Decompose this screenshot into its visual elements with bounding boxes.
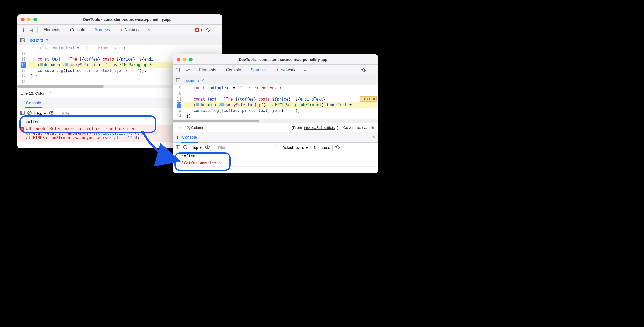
devtools-window-after: DevTools - consistent-source-map-pc.netl…	[173, 54, 378, 173]
file-tab-label: script.ts	[30, 38, 44, 42]
stack-link[interactable]: script.ts:12:4	[96, 131, 128, 136]
svg-rect-4	[20, 38, 22, 42]
filter-input[interactable]: Filter	[60, 110, 121, 117]
svg-rect-15	[176, 78, 177, 82]
console-prompt-icon[interactable]: ›	[20, 143, 24, 147]
tab-console[interactable]: Console	[66, 25, 89, 35]
titlebar[interactable]: DevTools - consistent-source-map-pc.netl…	[17, 14, 222, 25]
file-tabs: script.ts✕	[173, 75, 378, 85]
cursor-position: Line 12, Column 4	[21, 91, 52, 95]
warning-icon: ▲	[120, 28, 124, 32]
horizontal-scrollbar[interactable]	[173, 119, 378, 123]
inspect-element-icon[interactable]	[19, 26, 27, 34]
live-expression-icon[interactable]	[49, 111, 54, 115]
context-selector[interactable]: top▼	[193, 146, 202, 150]
line-num: 11	[21, 56, 26, 62]
console-prompt-icon[interactable]: ›	[176, 168, 179, 172]
code-body[interactable]: const endingText = 'It is expensive.'; c…	[184, 85, 378, 119]
minimize-window-button[interactable]	[27, 18, 31, 21]
tab-elements[interactable]: Elements	[195, 65, 220, 75]
titlebar[interactable]: DevTools - consistent-source-map-pc.netl…	[173, 54, 378, 65]
line-num: 10	[177, 91, 181, 96]
line-num: 13	[21, 68, 26, 73]
object-chip-icon	[40, 63, 43, 66]
expand-triangle-icon[interactable]: ▶	[26, 127, 28, 131]
line-num: 14	[177, 113, 181, 119]
line-gutter: 9 10 11 12 13 14	[173, 85, 184, 119]
chevron-down-icon: ▼	[43, 111, 47, 115]
error-icon: ✕	[20, 127, 24, 131]
window-title: DevTools - consistent-source-map-pc.netl…	[193, 57, 375, 62]
error-badge[interactable]: ✕1	[195, 28, 202, 32]
console-input-text: coffee	[181, 154, 195, 158]
error-message: Uncaught ReferenceError: coffee is not d…	[29, 126, 135, 131]
sidebar-toggle-icon[interactable]	[176, 145, 180, 150]
error-icon: ✕	[195, 28, 199, 32]
cursor-position: Line 12, Column 4	[176, 125, 208, 130]
maximize-window-button[interactable]	[189, 58, 193, 61]
object-chip-icon	[65, 63, 68, 66]
file-tab-script[interactable]: script.ts✕	[28, 37, 51, 44]
close-file-icon[interactable]: ✕	[46, 38, 49, 42]
console-result: 'Coffee Americano'	[181, 161, 223, 165]
drawer-tab-console[interactable]: Console	[24, 98, 44, 108]
clear-console-icon[interactable]	[183, 145, 188, 150]
filter-input[interactable]: Filter	[216, 144, 277, 151]
live-expression-icon[interactable]	[205, 145, 210, 150]
svg-line-8	[28, 112, 31, 114]
context-selector[interactable]: top▼	[37, 111, 47, 115]
drawer-menu-icon[interactable]: ⋮	[20, 101, 24, 105]
svg-line-19	[184, 146, 187, 148]
editor-statusbar: Line 12, Column 4 (From index.a8c1ec6b.j…	[173, 123, 378, 132]
coverage-toggle-icon[interactable]: ▣	[370, 125, 375, 130]
maximize-window-button[interactable]	[33, 18, 37, 21]
navigator-toggle-icon[interactable]	[19, 37, 26, 44]
from-suffix: )	[337, 125, 338, 130]
more-tabs-icon[interactable]: »	[301, 66, 309, 74]
tab-elements[interactable]: Elements	[39, 25, 65, 35]
drawer-header: ⋮ Console ✕	[173, 132, 378, 143]
console-settings-icon[interactable]	[335, 145, 340, 151]
svg-rect-16	[176, 145, 180, 149]
sidebar-toggle-icon[interactable]	[20, 111, 25, 116]
from-prefix: (From	[292, 125, 302, 130]
drawer-tab-console[interactable]: Console	[179, 132, 200, 142]
chevron-down-icon: ▼	[305, 146, 309, 150]
file-tab-script[interactable]: script.ts✕	[183, 77, 207, 84]
close-window-button[interactable]	[177, 58, 180, 61]
close-window-button[interactable]	[21, 18, 25, 21]
console-input-chevron-icon: ›	[176, 154, 179, 158]
line-num: 10	[21, 51, 26, 56]
close-drawer-icon[interactable]: ✕	[373, 135, 376, 140]
tab-sources[interactable]: Sources	[91, 25, 114, 35]
tab-console[interactable]: Console	[222, 65, 245, 75]
console-output[interactable]: ›coffee ‹·'Coffee Americano' ›	[173, 153, 378, 173]
kebab-menu-icon[interactable]: ⋮	[369, 66, 377, 74]
inspect-element-icon[interactable]	[175, 66, 182, 74]
settings-icon[interactable]	[204, 26, 212, 34]
stack-link[interactable]: script.ts:12:4	[105, 136, 137, 140]
settings-icon[interactable]	[360, 66, 367, 74]
tab-network[interactable]: ▲Network	[116, 25, 144, 35]
svg-rect-5	[20, 111, 24, 115]
minimize-window-button[interactable]	[183, 58, 187, 61]
tab-network[interactable]: ▲Network	[271, 65, 300, 75]
device-toggle-icon[interactable]	[28, 26, 36, 34]
line-gutter: 9 10 11 12 13 14 15	[17, 45, 28, 85]
error-count: 1	[200, 28, 202, 32]
chevron-down-icon: ▼	[199, 146, 202, 150]
more-tabs-icon[interactable]: »	[145, 26, 153, 34]
kebab-menu-icon[interactable]: ⋮	[213, 26, 221, 34]
main-tabs: Elements Console Sources ▲Network » ✕1 ⋮	[17, 25, 222, 35]
navigator-toggle-icon[interactable]	[175, 77, 181, 84]
device-toggle-icon[interactable]	[184, 66, 192, 74]
drawer-menu-icon[interactable]: ⋮	[176, 135, 179, 140]
clear-console-icon[interactable]	[27, 111, 32, 116]
tab-sources[interactable]: Sources	[247, 65, 270, 75]
code-editor[interactable]: 9 10 11 12 13 14 const endingText = 'It …	[173, 85, 378, 119]
console-toolbar: top▼ Filter Default levels▼ No Issues	[173, 143, 378, 153]
source-map-link[interactable]: index.a8c1ec6b.js	[304, 125, 335, 130]
issues-label[interactable]: No Issues	[314, 146, 330, 150]
close-file-icon[interactable]: ✕	[201, 78, 205, 82]
log-levels-selector[interactable]: Default levels▼	[282, 146, 309, 150]
